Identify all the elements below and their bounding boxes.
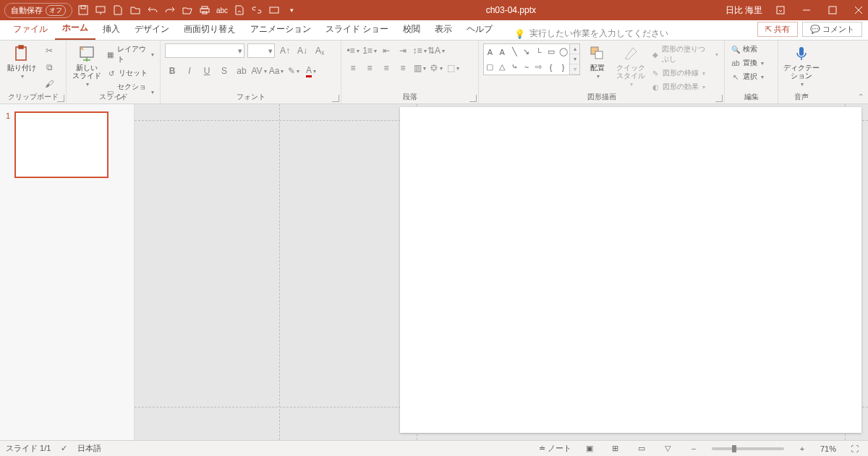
maximize-icon[interactable] xyxy=(827,5,838,15)
tab-design[interactable]: デザイン xyxy=(127,20,176,40)
slide-canvas-area[interactable] xyxy=(135,104,868,440)
tab-slideshow[interactable]: スライド ショー xyxy=(318,20,396,40)
comments-button[interactable]: 💬 コメント xyxy=(802,22,862,37)
tab-transitions[interactable]: 画面切り替え xyxy=(176,20,243,40)
slide-thumbnail-panel[interactable]: 1 xyxy=(0,104,135,440)
zoom-knob[interactable] xyxy=(732,445,736,452)
autosave-toggle[interactable]: 自動保存 オフ xyxy=(4,3,72,18)
format-painter-button[interactable]: 🖌 xyxy=(42,77,56,91)
shape-fill-button[interactable]: ◆図形の塗りつぶし xyxy=(649,43,720,65)
italic-button[interactable]: I xyxy=(182,64,197,78)
slide-indicator[interactable]: スライド 1/1 xyxy=(6,443,51,454)
notes-button[interactable]: ≐ ノート xyxy=(539,443,571,454)
qat-more-icon[interactable]: ▾ xyxy=(286,5,297,15)
line-spacing-button[interactable]: ↕≡ xyxy=(412,43,427,58)
tab-file[interactable]: ファイル xyxy=(6,20,55,40)
ribbon-display-icon[interactable] xyxy=(775,5,786,15)
tell-me-search[interactable]: 💡 実行したい作業を入力してください xyxy=(514,28,668,40)
text-direction-button[interactable]: ⇅A xyxy=(429,43,443,58)
decrease-font-button[interactable]: A↓ xyxy=(295,43,310,58)
shapes-gallery[interactable]: AA╲↘└▭◯ ▢△⤷~⇨{} xyxy=(483,43,570,75)
redo-icon[interactable] xyxy=(165,5,175,15)
shape-roundrect-icon[interactable]: ▢ xyxy=(484,59,496,75)
layout-button[interactable]: ▦レイアウト xyxy=(105,43,156,65)
thumbnail-1-preview[interactable] xyxy=(14,111,109,178)
shape-curve-icon[interactable]: ~ xyxy=(521,59,533,75)
char-spacing-button[interactable]: AV xyxy=(252,64,266,78)
account-name[interactable]: 日比 海里 xyxy=(726,4,762,17)
align-text-button[interactable]: ⯐ xyxy=(429,61,443,75)
link-icon[interactable] xyxy=(252,5,262,15)
shape-lbrace-icon[interactable]: { xyxy=(545,59,557,75)
undo-icon[interactable] xyxy=(148,5,158,15)
align-center-button[interactable]: ≡ xyxy=(362,61,377,75)
gallery-more-icon[interactable]: ▿ xyxy=(570,64,579,75)
paragraph-launcher[interactable] xyxy=(469,95,477,102)
export-icon[interactable] xyxy=(234,5,244,15)
shape-line-icon[interactable]: ╲ xyxy=(509,44,521,59)
clipboard-launcher[interactable] xyxy=(57,95,64,102)
change-case-button[interactable]: Aa xyxy=(269,64,284,78)
tab-insert[interactable]: 挿入 xyxy=(95,20,127,40)
shape-connector-icon[interactable]: └ xyxy=(532,44,545,59)
shape-oval-icon[interactable]: ◯ xyxy=(557,44,569,59)
dictate-button[interactable]: ディクテー ション xyxy=(783,43,820,89)
spelling-icon[interactable]: abc xyxy=(217,5,227,15)
increase-font-button[interactable]: A↑ xyxy=(278,43,292,58)
shape-outline-button[interactable]: ✎図形の枠線 xyxy=(649,67,720,79)
gallery-down-icon[interactable]: ▾ xyxy=(570,54,579,64)
tab-help[interactable]: ヘルプ xyxy=(459,20,500,40)
reading-view-button[interactable]: ▭ xyxy=(634,443,650,455)
shape-arrowline-icon[interactable]: ↘ xyxy=(521,44,533,59)
font-name-combo[interactable]: ▾ xyxy=(165,43,244,58)
smartart-button[interactable]: ⬚ xyxy=(446,61,460,75)
font-launcher[interactable] xyxy=(332,95,339,102)
tab-view[interactable]: 表示 xyxy=(427,20,459,40)
tab-home[interactable]: ホーム xyxy=(55,19,95,40)
zoom-level[interactable]: 71% xyxy=(820,444,836,453)
zoom-slider[interactable] xyxy=(712,447,784,450)
accessibility-icon[interactable]: ✓ xyxy=(61,444,67,453)
numbering-button[interactable]: 1≡ xyxy=(362,43,377,58)
shape-rbrace-icon[interactable]: } xyxy=(557,59,569,75)
drawing-launcher[interactable] xyxy=(715,95,723,102)
strike-button[interactable]: S xyxy=(217,64,231,78)
shape-triangle-icon[interactable]: △ xyxy=(496,59,509,75)
reset-button[interactable]: ↺リセット xyxy=(105,67,156,79)
shape-arrow-icon[interactable]: ⇨ xyxy=(532,59,545,75)
decrease-indent-button[interactable]: ⇤ xyxy=(379,43,393,58)
align-left-button[interactable]: ≡ xyxy=(346,61,360,75)
folder-open-icon[interactable] xyxy=(182,5,192,15)
new-slide-button[interactable]: 新しい スライド xyxy=(71,43,102,89)
bold-button[interactable]: B xyxy=(165,64,179,78)
slide-1[interactable] xyxy=(400,107,861,433)
touch-mode-icon[interactable] xyxy=(269,5,279,15)
present-icon[interactable] xyxy=(95,5,106,15)
slideshow-view-button[interactable]: ▽ xyxy=(660,443,676,455)
shape-rect-icon[interactable]: ▭ xyxy=(545,44,557,59)
quick-styles-button[interactable]: クイック スタイル xyxy=(615,43,646,89)
font-color-button[interactable]: A xyxy=(304,64,318,78)
normal-view-button[interactable]: ▣ xyxy=(582,443,597,455)
new-file-icon[interactable] xyxy=(113,5,123,15)
shape-elbow-icon[interactable]: ⤷ xyxy=(509,59,521,75)
justify-button[interactable]: ≡ xyxy=(396,61,410,75)
replace-button[interactable]: ab置換 xyxy=(729,57,765,69)
gallery-up-icon[interactable]: ▴ xyxy=(570,44,579,54)
increase-indent-button[interactable]: ⇥ xyxy=(396,43,410,58)
tab-review[interactable]: 校閲 xyxy=(396,20,427,40)
open-icon[interactable] xyxy=(130,5,140,15)
quick-print-icon[interactable] xyxy=(200,5,210,15)
close-icon[interactable] xyxy=(854,5,864,15)
shadow-button[interactable]: ab xyxy=(234,64,249,78)
find-button[interactable]: 🔍検索 xyxy=(729,43,765,55)
save-icon[interactable] xyxy=(78,5,88,15)
font-size-combo[interactable]: ▾ xyxy=(247,43,275,58)
select-button[interactable]: ↖選択 xyxy=(729,71,765,83)
cut-button[interactable]: ✂ xyxy=(42,43,56,58)
fit-window-button[interactable]: ⛶ xyxy=(846,443,862,455)
shape-vtextbox-icon[interactable]: A xyxy=(496,44,509,59)
paste-button[interactable]: 貼り付け xyxy=(4,43,39,81)
sorter-view-button[interactable]: ⊞ xyxy=(608,443,624,455)
share-button[interactable]: ⇱ 共有 xyxy=(757,22,798,37)
